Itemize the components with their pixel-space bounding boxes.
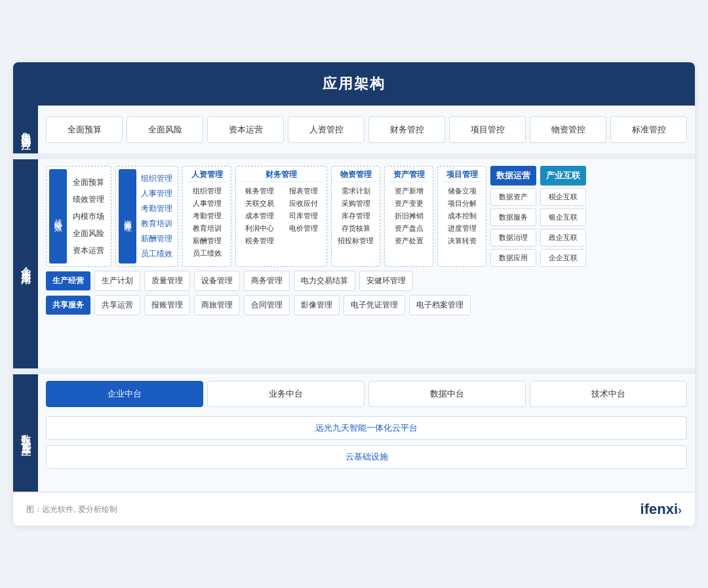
enterprise-section: 企业应用 战略绩效 全面预算 绩效管理 内模市场 全面风险 资本运营: [13, 159, 695, 369]
shared-item-0: 共享运营: [94, 295, 140, 315]
resource-item-2: 考勤管理: [138, 202, 175, 216]
shared-item-3: 合同管理: [244, 295, 290, 315]
group-control-section: 集团管控 全面预算 全面风险 资本运营 人资管控 财务管控 项目管控 物资管控 …: [13, 106, 695, 155]
strategy-items: 全面预算 绩效管理 内模市场 全面风险 资本运营: [69, 169, 108, 264]
strategy-item-1: 绩效管理: [69, 192, 108, 207]
shared-row: 共享服务 共享运营 报账管理 商旅管理 合同管理 影像管理 电子凭证管理 电子档…: [46, 295, 687, 315]
shared-item-2: 商旅管理: [194, 295, 240, 315]
production-label: 生产经营: [46, 271, 90, 290]
digital-label: 数字化底座: [13, 374, 38, 492]
asset-mgmt-col: 资产管理 资产新增 资产变更 折旧摊销 资产盘点 资产处置: [384, 166, 433, 267]
hr-item-5: 员工绩效: [187, 247, 227, 260]
finance-mgmt-title: 财务管理: [240, 169, 323, 182]
resource-label: 资源管理: [119, 169, 136, 264]
footer-logo: ifenxi›: [640, 501, 682, 518]
industry-title: 产业互联: [540, 166, 586, 186]
group-control-items: 全面预算 全面风险 资本运营 人资管控 财务管控 项目管控 物资管控 标准管控: [46, 112, 687, 147]
industry-item-3: 企企互联: [540, 249, 586, 267]
enterprise-content: 战略绩效 全面预算 绩效管理 内模市场 全面风险 资本运营 资源管理 组织管理 …: [38, 159, 695, 368]
prod-item-4: 电力交易结算: [294, 271, 355, 291]
hr-item-2: 考勤管理: [187, 210, 227, 222]
gc-item-7: 标准管控: [610, 116, 687, 144]
finance-mgmt-col: 财务管理 账务管理 关联交易 成本管理 利润中心 税务管理 报表管理 应收应付: [235, 166, 327, 267]
resource-item-4: 薪酬管理: [138, 232, 175, 246]
group-control-label: 集团管控: [13, 106, 38, 154]
platform-3: 技术中台: [530, 381, 687, 407]
digital-content: 企业中台 业务中台 数据中台 技术中台 远光九天智能一体化云平台 云基础设施: [38, 374, 695, 492]
shared-item-4: 影像管理: [294, 295, 340, 315]
shared-label: 共享服务: [46, 296, 90, 315]
prod-item-1: 质量管理: [144, 271, 190, 291]
footer: 图：远光软件, 爱分析绘制 ifenxi›: [13, 492, 695, 526]
industry-item-1: 银企互联: [540, 208, 586, 226]
header-title: 应用架构: [13, 62, 695, 106]
prod-item-0: 生产计划: [94, 271, 140, 291]
strategy-item-3: 全面风险: [69, 226, 108, 241]
group-control-content: 全面预算 全面风险 资本运营 人资管控 财务管控 项目管控 物资管控 标准管控: [38, 106, 695, 154]
asset-mgmt-title: 资产管理: [389, 169, 429, 182]
cloud-infra: 云基础设施: [46, 445, 687, 469]
platform-2: 数据中台: [368, 381, 526, 407]
resource-item-0: 组织管理: [138, 172, 175, 186]
hr-mgmt-title: 人资管理: [187, 169, 227, 182]
project-mgmt-title: 项目管理: [442, 169, 482, 182]
strategy-label: 战略绩效: [49, 169, 67, 264]
material-mgmt-col: 物资管理 需求计划 采购管理 库存管理 存货核算 招投标管理: [331, 166, 380, 267]
data-ops-item-1: 数据服务: [490, 208, 536, 226]
hr-item-1: 人事管理: [187, 197, 227, 210]
enterprise-label: 企业应用: [13, 159, 38, 368]
gc-item-2: 资本运营: [207, 116, 284, 144]
strategy-item-2: 内模市场: [69, 209, 108, 224]
data-ops-col: 数据运营 数据资产 数据服务 数据治理 数据应用: [490, 166, 536, 267]
prod-item-3: 商务管理: [244, 271, 290, 291]
gc-item-5: 项目管控: [449, 116, 526, 144]
shared-item-1: 报账管理: [144, 295, 190, 315]
resource-item-3: 教育培训: [138, 217, 175, 231]
strategy-item-4: 资本运营: [69, 243, 108, 258]
data-ops-item-0: 数据资产: [490, 188, 536, 206]
prod-item-5: 安健环管理: [359, 271, 413, 291]
gc-item-3: 人资管控: [288, 116, 364, 144]
gc-item-1: 全面风险: [127, 116, 203, 144]
platform-1: 业务中台: [207, 381, 364, 407]
prod-item-2: 设备管理: [194, 271, 240, 291]
data-ops-item-3: 数据应用: [490, 249, 536, 267]
resource-item-5: 员工绩效: [138, 247, 175, 261]
data-ops-title: 数据运营: [490, 166, 536, 186]
project-mgmt-col: 项目管理 储备立项 项目分解 成本控制 进度管理 决算转资: [437, 166, 486, 267]
hr-item-4: 薪酬管理: [187, 235, 227, 247]
production-row: 生产经营 生产计划 质量管理 设备管理 商务管理 电力交易结算 安健环管理: [46, 271, 687, 291]
digital-platforms: 企业中台 业务中台 数据中台 技术中台: [46, 381, 687, 407]
platform-0: 企业中台: [46, 381, 203, 407]
hr-item-0: 组织管理: [187, 185, 227, 197]
gc-item-0: 全面预算: [46, 116, 123, 144]
data-ops-item-2: 数据治理: [490, 229, 536, 246]
strategy-item-0: 全面预算: [69, 175, 108, 190]
industry-item-2: 政企互联: [540, 229, 586, 246]
industry-col: 产业互联 税企互联 银企互联 政企互联 企企互联: [540, 166, 586, 267]
hr-item-3: 教育培训: [187, 222, 227, 235]
gc-item-6: 物资管控: [530, 116, 606, 144]
cloud-platform: 远光九天智能一体化云平台: [46, 416, 687, 440]
footer-credit: 图：远光软件, 爱分析绘制: [26, 504, 117, 515]
industry-item-0: 税企互联: [540, 188, 586, 206]
material-mgmt-title: 物资管理: [336, 169, 376, 182]
shared-item-6: 电子档案管理: [409, 295, 471, 315]
main-container: 应用架构 集团管控 全面预算 全面风险 资本运营 人资管控 财务管控 项目管控 …: [13, 62, 695, 526]
digital-section: 数字化底座 企业中台 业务中台 数据中台 技术中台 远光九天智能一体化云平台 云…: [13, 374, 695, 492]
resource-item-1: 人事管理: [138, 187, 175, 201]
shared-item-5: 电子凭证管理: [344, 295, 405, 315]
resource-items: 组织管理 人事管理 考勤管理 教育培训 薪酬管理 员工绩效: [138, 169, 175, 264]
gc-item-4: 财务管控: [368, 116, 445, 144]
hr-mgmt-col: 人资管理 组织管理 人事管理 考勤管理 教育培训 薪酬管理 员工绩效: [182, 166, 231, 267]
